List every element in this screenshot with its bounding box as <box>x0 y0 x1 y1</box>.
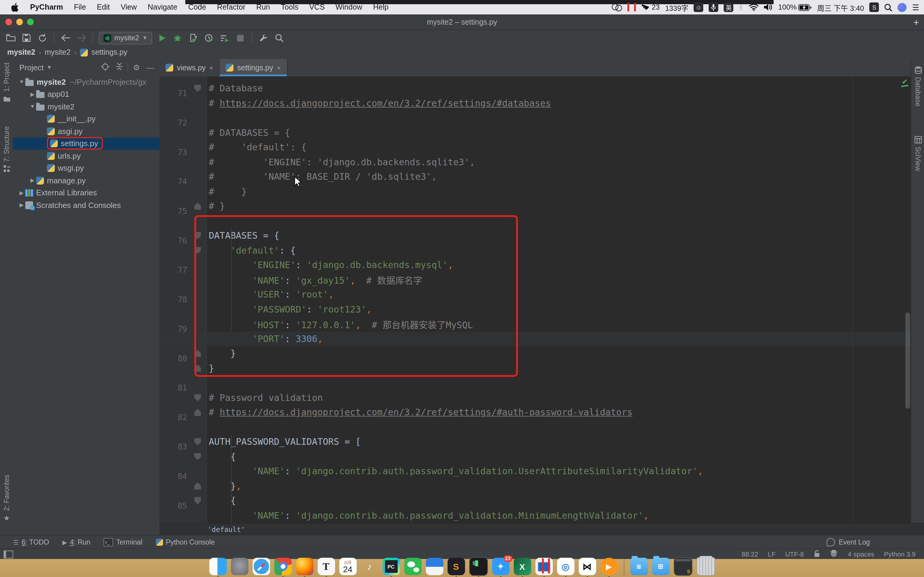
menu-file[interactable]: File <box>69 0 91 15</box>
hide-panel-icon[interactable]: — <box>145 63 156 72</box>
dock-minwin[interactable]: S <box>674 557 692 576</box>
code-line[interactable]: 73 <box>160 111 911 125</box>
event-log-button[interactable]: Event Log <box>827 538 870 546</box>
tree-chevron-icon[interactable]: ▶ <box>18 202 25 208</box>
profiler-button[interactable] <box>203 32 215 44</box>
menu-clock[interactable]: 周三 下午 3:40 <box>817 2 864 12</box>
toolwindow-button-pythonconsole[interactable]: Python Console <box>155 538 215 546</box>
code-line[interactable]: 93# https://docs.djangoproject.com/en/3.… <box>160 405 911 420</box>
tree-chevron-icon[interactable]: ▶ <box>29 91 36 97</box>
project-view-select[interactable]: Project <box>19 63 44 72</box>
dock-calendar[interactable]: 11月24 <box>339 558 356 575</box>
close-icon[interactable]: × <box>209 64 213 71</box>
sidebar-item-database[interactable]: Database <box>911 66 924 106</box>
dock-typora[interactable]: T <box>317 558 335 575</box>
menu-code[interactable]: Code <box>183 0 212 15</box>
dock-excel[interactable]: X <box>514 558 531 575</box>
menu-view[interactable]: View <box>115 0 142 15</box>
run-button[interactable] <box>156 32 168 44</box>
dock-terminal[interactable]: $▊ <box>469 557 488 576</box>
locate-file-icon[interactable] <box>100 62 111 73</box>
dock-trash[interactable] <box>696 557 715 576</box>
control-center-icon[interactable]: ☰ <box>912 3 919 12</box>
bluetooth-icon[interactable]: ᛒ <box>739 3 743 11</box>
input-lang-icon[interactable]: 英 <box>724 2 733 12</box>
fold-marker-icon[interactable] <box>194 482 201 490</box>
code-line[interactable]: 72# https://docs.djangoproject.com/en/3.… <box>160 96 911 111</box>
fold-marker-icon[interactable] <box>194 497 201 504</box>
dock-firefox[interactable] <box>296 558 313 575</box>
code-line[interactable]: 78# } <box>160 184 911 199</box>
code-line[interactable]: 96 { <box>160 449 911 464</box>
code-line[interactable]: 100 'NAME': 'django.contrib.auth.passwor… <box>160 508 911 523</box>
sync-icon[interactable] <box>36 32 48 44</box>
volume-icon[interactable] <box>764 3 773 11</box>
recording-pause-icon[interactable] <box>628 3 636 11</box>
code-line[interactable]: 95AUTH_PASSWORD_VALIDATORS = [ <box>160 435 911 449</box>
plus-icon[interactable]: + <box>913 17 919 29</box>
menu-help[interactable]: Help <box>368 0 394 15</box>
dock-folder2[interactable]: ⊞ <box>652 558 669 575</box>
apple-menu[interactable] <box>6 0 25 15</box>
code-line[interactable]: 99 { <box>160 493 911 508</box>
debug-button[interactable] <box>172 32 184 44</box>
menu-pycharm[interactable]: PyCharm <box>25 0 69 15</box>
tree-chevron-icon[interactable]: ▶ <box>29 177 36 184</box>
collapse-all-icon[interactable] <box>114 63 124 72</box>
word-count[interactable]: 1339字 <box>665 2 688 12</box>
editor-breadcrumb-item[interactable]: 'default' <box>208 525 245 534</box>
save-icon[interactable] <box>21 32 32 44</box>
dock-wangwang[interactable]: ⋈ <box>578 558 596 575</box>
code-line[interactable]: 79# } <box>160 199 911 214</box>
menu-navigate[interactable]: Navigate <box>142 0 183 15</box>
breadcrumb-item[interactable]: mysite2 <box>7 48 35 56</box>
dock-tv[interactable]: ▶ <box>600 558 617 575</box>
sidebar-item-favorites[interactable]: 2: Favorites ★ <box>0 475 13 522</box>
code-line[interactable]: 91 <box>160 376 911 390</box>
wrench-icon[interactable] <box>258 32 270 44</box>
dock-dingtalk[interactable]: ✦23 <box>492 558 509 575</box>
dock-keynote[interactable] <box>426 558 443 575</box>
menu-run[interactable]: Run <box>251 0 276 15</box>
dock-chrome[interactable] <box>274 558 291 575</box>
code-line[interactable]: 76# 'ENGINE': 'django.db.backends.sqlite… <box>160 155 911 169</box>
code-line[interactable]: 98 }, <box>160 479 911 493</box>
mic-icon[interactable] <box>709 2 719 12</box>
sogou-input-icon[interactable]: ☺ <box>694 2 704 12</box>
concurrency-button[interactable] <box>219 32 231 44</box>
code-line[interactable]: 71# Database <box>160 81 911 96</box>
code-line[interactable]: 74# DATABASES = { <box>160 125 911 140</box>
tree-row-external-libraries[interactable]: ▶External Libraries <box>13 187 160 199</box>
inspections-ok-icon[interactable]: ✔ <box>901 79 908 87</box>
coverage-button[interactable] <box>187 32 199 44</box>
tree-chevron-icon[interactable]: ▼ <box>18 79 25 85</box>
fold-marker-icon[interactable] <box>194 453 201 460</box>
tree-row-app01[interactable]: ▶app01 <box>13 88 160 100</box>
dock-safari[interactable] <box>252 558 270 575</box>
siri-icon[interactable] <box>898 3 907 12</box>
tree-row-manage-py[interactable]: ▶manage.py <box>13 174 160 187</box>
dock-finder[interactable] <box>209 558 226 575</box>
toolwindow-button-4[interactable]: ▶4: Run <box>62 538 90 546</box>
code-line[interactable]: 75# 'default': { <box>160 140 911 155</box>
fold-marker-icon[interactable] <box>194 438 201 445</box>
open-icon[interactable] <box>5 32 17 44</box>
tree-chevron-icon[interactable]: ▼ <box>29 104 36 110</box>
code-line[interactable]: 97 'NAME': 'django.contrib.auth.password… <box>160 464 911 479</box>
run-configuration-select[interactable]: dj mysite2 ▼ <box>99 32 152 44</box>
stop-button[interactable] <box>234 32 246 44</box>
back-icon[interactable] <box>60 32 71 44</box>
tree-row-settings-py[interactable]: settings.py <box>13 137 160 150</box>
tree-row-wsgi-py[interactable]: wsgi.py <box>13 162 160 174</box>
dock-netease-music[interactable]: ♪ <box>361 558 378 575</box>
tab-views-py[interactable]: views.py× <box>160 59 220 76</box>
tree-chevron-icon[interactable]: ▶ <box>18 190 25 196</box>
tree-row-mysite2[interactable]: ▼mysite2~/PycharmProjects/gx <box>13 76 160 88</box>
dingtalk-menu-icon[interactable]: 23 <box>641 3 660 11</box>
dock-wechat[interactable] <box>404 558 422 575</box>
tree-row-asgi-py[interactable]: asgi.py <box>13 125 160 137</box>
menu-edit[interactable]: Edit <box>91 0 115 15</box>
tree-row-urls-py[interactable]: urls.py <box>13 150 160 162</box>
toolwindow-button-6[interactable]: ☰6: TODO <box>13 538 49 546</box>
forward-icon[interactable] <box>75 32 87 44</box>
